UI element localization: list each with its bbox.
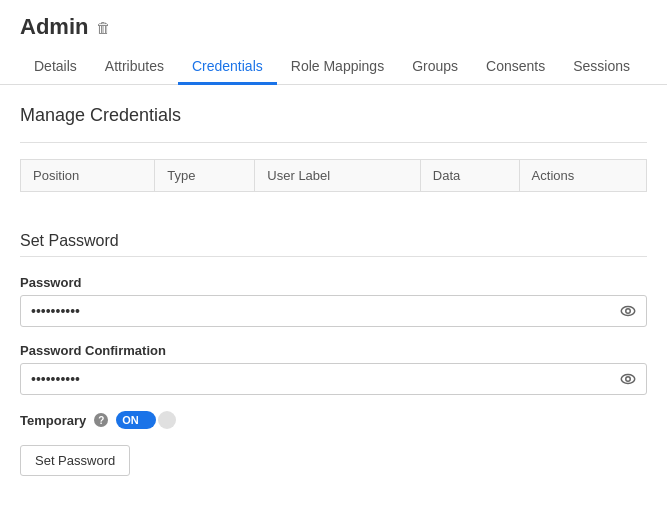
password-confirmation-input[interactable]: [20, 363, 647, 395]
trash-icon[interactable]: 🗑: [96, 19, 111, 36]
tabs-nav: Details Attributes Credentials Role Mapp…: [0, 40, 667, 85]
svg-point-3: [626, 377, 631, 382]
set-password-section: Set Password Password Password Confirmat…: [0, 192, 667, 496]
password-confirmation-label: Password Confirmation: [20, 343, 647, 358]
set-password-button[interactable]: Set Password: [20, 445, 130, 476]
eye-confirm-icon: [619, 370, 637, 388]
password-input[interactable]: [20, 295, 647, 327]
password-confirmation-form-group: Password Confirmation: [20, 343, 647, 395]
col-type: Type: [155, 160, 255, 192]
password-confirmation-eye-button[interactable]: [615, 366, 641, 392]
password-confirmation-input-wrapper: [20, 363, 647, 395]
credentials-table: Position Type User Label Data Actions: [20, 159, 647, 192]
svg-point-1: [626, 309, 631, 314]
tab-sessions[interactable]: Sessions: [559, 50, 644, 85]
temporary-label: Temporary: [20, 413, 86, 428]
tab-groups[interactable]: Groups: [398, 50, 472, 85]
col-actions: Actions: [519, 160, 646, 192]
svg-point-0: [621, 307, 635, 316]
temporary-help-icon[interactable]: ?: [94, 413, 108, 427]
manage-credentials-title: Manage Credentials: [20, 105, 647, 126]
col-user-label: User Label: [255, 160, 420, 192]
tab-details[interactable]: Details: [20, 50, 91, 85]
temporary-toggle-row: Temporary ? ON: [20, 411, 647, 429]
eye-icon: [619, 302, 637, 320]
page-header: Admin 🗑: [0, 0, 667, 40]
set-password-divider: [20, 256, 647, 257]
svg-point-2: [621, 375, 635, 384]
tab-attributes[interactable]: Attributes: [91, 50, 178, 85]
section-divider-1: [20, 142, 647, 143]
password-eye-button[interactable]: [615, 298, 641, 324]
toggle-off-indicator: [158, 411, 176, 429]
toggle-on-label[interactable]: ON: [116, 411, 156, 429]
tab-consents[interactable]: Consents: [472, 50, 559, 85]
password-input-wrapper: [20, 295, 647, 327]
credential-reset-section: Credential Reset: [0, 496, 667, 521]
password-form-group: Password: [20, 275, 647, 327]
manage-credentials-section: Manage Credentials Position Type User La…: [0, 85, 667, 192]
page-title: Admin: [20, 14, 88, 40]
tab-credentials[interactable]: Credentials: [178, 50, 277, 85]
col-data: Data: [420, 160, 519, 192]
col-position: Position: [21, 160, 155, 192]
password-label: Password: [20, 275, 647, 290]
set-password-title: Set Password: [20, 232, 647, 250]
temporary-toggle[interactable]: ON: [116, 411, 176, 429]
tab-role-mappings[interactable]: Role Mappings: [277, 50, 398, 85]
